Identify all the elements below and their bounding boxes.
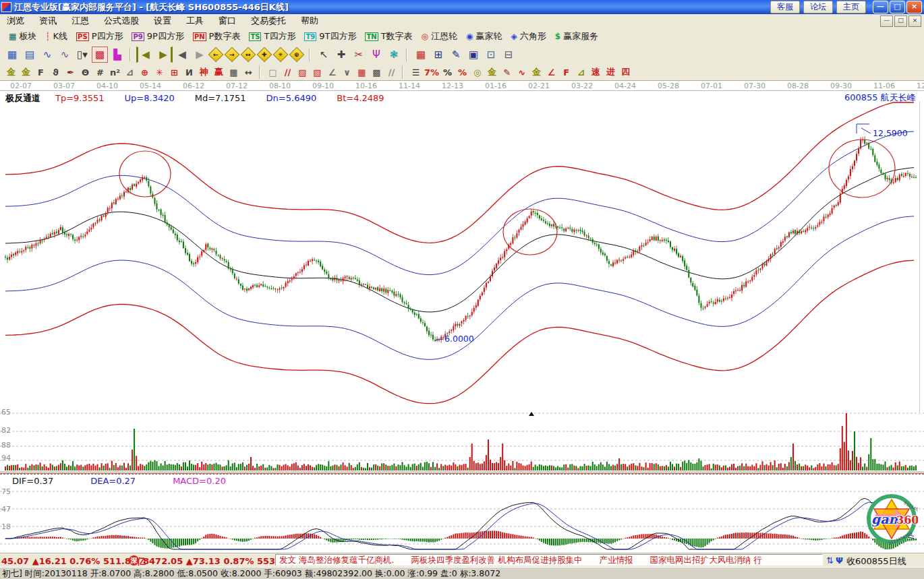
customer-service-button[interactable]: 客服 <box>770 1 800 13</box>
save-icon[interactable]: ▣ <box>465 47 482 63</box>
annotation-circle-3[interactable] <box>829 140 895 197</box>
fan-box-icon[interactable]: ▨ <box>296 66 309 79</box>
gann-right-icon[interactable]: → <box>225 47 240 63</box>
info-report-icon[interactable]: ▤ <box>22 47 38 63</box>
feature-gann-wheel[interactable]: ◎江恩轮 <box>422 30 457 42</box>
chart9-icon[interactable]: ∿ <box>57 47 73 63</box>
homepage-button[interactable]: 主页 <box>836 1 866 13</box>
shen-tool-icon[interactable]: 神 <box>198 66 210 79</box>
percent-icon[interactable]: % <box>441 66 454 79</box>
gold-circle-icon[interactable]: ◎ <box>471 66 484 79</box>
calculator-icon[interactable]: ⊞ <box>430 47 446 63</box>
fork-tool-icon[interactable]: Ψ <box>368 47 384 63</box>
print-icon[interactable]: ⊟ <box>500 47 517 63</box>
menu-item-5[interactable]: 工具 <box>186 15 204 27</box>
pointer-icon[interactable]: ↖ <box>316 47 332 63</box>
mdi-minimize-button[interactable]: — <box>880 16 893 27</box>
updown-icon[interactable]: ⇅ <box>826 555 834 566</box>
circle-cross-icon[interactable]: ⊕ <box>138 66 151 79</box>
crosshair-icon[interactable]: ✚ <box>333 47 349 63</box>
comb-scale-icon[interactable]: # <box>94 66 107 79</box>
four-icon[interactable]: 四 <box>619 66 632 79</box>
gold-slant-icon[interactable]: 金 <box>530 66 543 79</box>
gold-angle-icon[interactable]: ⊿ <box>575 66 587 79</box>
grid123-icon[interactable]: ▦ <box>227 66 240 79</box>
red-grid-icon[interactable]: ▦ <box>355 66 368 79</box>
gann-left-icon[interactable]: ← <box>208 47 224 63</box>
wave-icon[interactable]: ∿ <box>515 66 528 79</box>
swing-icon[interactable]: И <box>183 66 196 79</box>
pen-icon[interactable]: ✒ <box>64 66 77 79</box>
percent7-icon[interactable]: 7% <box>424 66 439 79</box>
feature-kline[interactable]: ┆K线 <box>45 30 67 42</box>
candle-type-dropdown-icon[interactable]: ▯▾ <box>74 47 90 63</box>
feature-t-number[interactable]: TNT数字表 <box>365 30 412 42</box>
speed-angle2-icon[interactable]: F <box>560 66 573 79</box>
feature-9p-square[interactable]: P99P四方形 <box>132 30 183 42</box>
percent-line-icon[interactable]: % <box>456 66 469 79</box>
nav-next-icon[interactable]: ▶ <box>192 47 208 63</box>
v-pattern-icon[interactable]: ∨ <box>341 66 353 79</box>
n-square-icon[interactable]: n² <box>109 66 121 79</box>
pen2-icon[interactable]: ✎ <box>500 66 513 79</box>
spiral-icon[interactable]: ϑ <box>49 66 62 79</box>
pattern-tool-icon[interactable]: ❃ <box>386 47 402 63</box>
width-measure-icon[interactable]: ↔ <box>242 66 255 79</box>
notepad-icon[interactable]: ✎ <box>448 47 464 63</box>
mdi-close-button[interactable]: × <box>908 16 921 27</box>
black-grid-icon[interactable]: ▩ <box>370 66 383 79</box>
speed-angle1-icon[interactable]: ∠ <box>545 66 558 79</box>
feature-9t-square[interactable]: T99T四方形 <box>304 30 356 42</box>
tile-windows-icon[interactable]: ▦ <box>4 47 20 63</box>
restore-button[interactable]: □ <box>890 1 905 13</box>
menu-item-1[interactable]: 资讯 <box>39 15 57 27</box>
grid-target-icon[interactable]: ⊞ <box>168 66 181 79</box>
gold-ruler1-icon[interactable]: 金 <box>5 66 18 79</box>
stats-list-icon[interactable]: ☰ <box>409 66 422 79</box>
feature-winner-wheel[interactable]: ◉赢家轮 <box>466 30 502 42</box>
export-icon[interactable]: ⊡ <box>483 47 499 63</box>
win-tool-icon[interactable]: 赢 <box>212 66 225 79</box>
gann-star-icon[interactable]: ✳ <box>273 47 289 63</box>
feature-t-square[interactable]: TST四方形 <box>249 30 295 42</box>
annotation-circle-1[interactable] <box>119 151 171 197</box>
gann-cross-icon[interactable]: ✚ <box>257 47 272 63</box>
nav-prev-icon[interactable]: ◀ <box>174 47 190 63</box>
feature-p-square[interactable]: PSP四方形 <box>76 30 123 42</box>
menu-item-6[interactable]: 窗口 <box>219 15 236 27</box>
forum-button[interactable]: 论坛 <box>803 1 833 13</box>
gann-leftright-icon[interactable]: ↔ <box>241 47 256 63</box>
feature-p-number[interactable]: PNP数字表 <box>193 30 241 42</box>
nav-first-icon[interactable]: ◀ <box>136 47 154 63</box>
minimize-button[interactable]: — <box>873 1 888 13</box>
menu-item-0[interactable]: 浏览 <box>7 15 24 27</box>
menu-item-7[interactable]: 交易委托 <box>251 15 286 27</box>
feature-hexagon[interactable]: ◈六角形 <box>511 30 546 42</box>
feature-winner-service[interactable]: $赢家服务 <box>555 30 598 42</box>
angle-measure-icon[interactable]: ✂ <box>351 47 367 63</box>
menu-item-3[interactable]: 公式选股 <box>104 15 139 27</box>
advance-lines-icon[interactable]: 进 <box>604 66 617 79</box>
clock-circle-icon[interactable]: Θ <box>79 66 92 79</box>
angle-set-icon[interactable]: ∠ <box>326 66 339 79</box>
gold-ruler2-icon[interactable]: 金 <box>20 66 32 79</box>
feature-sector[interactable]: ▦板块 <box>9 30 36 42</box>
speed-lines-icon[interactable]: 速 <box>589 66 602 79</box>
annotation-circle-2[interactable] <box>503 209 557 255</box>
box-select-icon[interactable]: □ <box>266 66 279 79</box>
gold-lines-icon[interactable]: 金 <box>486 66 498 79</box>
map-tool-icon[interactable]: ▩ <box>92 47 108 63</box>
net-box-icon[interactable]: ▧ <box>311 66 324 79</box>
fib-ruler-icon[interactable]: F <box>34 66 47 79</box>
angle-ruler-icon[interactable]: ⊿ <box>123 66 136 79</box>
chart3-icon[interactable]: ∿ <box>39 47 55 63</box>
menu-item-4[interactable]: 设置 <box>154 15 171 27</box>
nav-last-icon[interactable]: ▶ <box>155 47 173 63</box>
calendar-icon[interactable]: ▦ <box>413 47 429 63</box>
news-ticker[interactable]: 发文 海岛整治修复蕴千亿商机. 两板块四季度盈利改善 机构布局促进持股集中 产业… <box>275 554 823 566</box>
close-button[interactable]: × <box>906 1 922 13</box>
hatch-icon[interactable]: ∕∕ <box>385 66 398 79</box>
menu-item-8[interactable]: 帮助 <box>301 15 318 27</box>
web-icon[interactable]: ✳ <box>153 66 166 79</box>
colored-chart-icon[interactable]: ▙ <box>109 47 125 63</box>
